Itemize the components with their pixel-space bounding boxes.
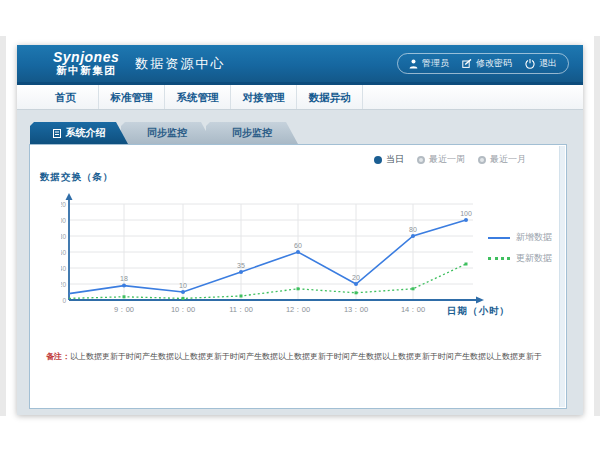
radio-today[interactable]: 当日 <box>374 153 404 166</box>
radio-label: 最近一周 <box>429 153 465 166</box>
app-header: Synjones 新中新集团 数据资源中心 管理员 修改密码 退出 <box>17 45 583 85</box>
svg-text:40: 40 <box>61 265 66 272</box>
tab-sync-monitor-1[interactable]: 同步监控 <box>121 122 213 144</box>
change-password-label: 修改密码 <box>476 57 512 70</box>
user-label: 管理员 <box>422 57 449 70</box>
svg-text:9：00: 9：00 <box>114 305 134 314</box>
user-actions-pill: 管理员 修改密码 退出 <box>397 53 569 74</box>
tab-system-intro[interactable]: 系统介绍 <box>30 122 128 144</box>
screenshot-canvas: Synjones 新中新集团 数据资源中心 管理员 修改密码 退出 <box>0 0 600 450</box>
change-password-button[interactable]: 修改密码 <box>462 57 512 70</box>
radio-unselected-icon <box>417 156 425 164</box>
svg-text:20: 20 <box>352 274 360 281</box>
user-menu-button[interactable]: 管理员 <box>409 57 449 70</box>
svg-text:100: 100 <box>61 217 66 224</box>
radio-label: 最近一月 <box>490 153 526 166</box>
legend-label: 新增数据 <box>516 231 552 244</box>
main-nav: 首页 标准管理 系统管理 对接管理 数据异动 <box>17 85 583 110</box>
legend-item-update-data: 更新数据 <box>488 252 552 265</box>
dotted-line-swatch-icon <box>488 257 510 260</box>
svg-text:0: 0 <box>62 297 66 304</box>
svg-text:60: 60 <box>294 242 302 249</box>
note-text: 以上数据更新于时间产生数据以上数据更新于时间产生数据以上数据更新于时间产生数据以… <box>70 352 542 361</box>
chart-y-axis-title: 数据交换（条） <box>40 171 114 184</box>
vertical-scrollbar[interactable] <box>559 146 565 407</box>
user-icon <box>409 59 418 69</box>
tab-label: 同步监控 <box>147 122 187 144</box>
logout-label: 退出 <box>539 57 557 70</box>
document-icon <box>53 129 61 138</box>
chart-x-axis-title: 日期（小时） <box>447 305 510 318</box>
radio-selected-icon <box>374 156 382 164</box>
company-logo[interactable]: Synjones 新中新集团 <box>53 50 119 77</box>
svg-text:80: 80 <box>409 226 417 233</box>
page-title: 数据资源中心 <box>135 55 225 73</box>
app-page: Synjones 新中新集团 数据资源中心 管理员 修改密码 退出 <box>17 45 583 415</box>
nav-item-system-mgmt[interactable]: 系统管理 <box>165 85 231 109</box>
svg-text:13：00: 13：00 <box>344 305 368 314</box>
nav-item-integration-mgmt[interactable]: 对接管理 <box>231 85 297 109</box>
left-edge-strip <box>0 36 6 416</box>
svg-text:10：00: 10：00 <box>171 305 195 314</box>
legend-item-new-data: 新增数据 <box>488 231 552 244</box>
footer-note: 备注：以上数据更新于时间产生数据以上数据更新于时间产生数据以上数据更新于时间产生… <box>30 351 558 362</box>
time-range-filter: 当日 最近一周 最近一月 <box>374 153 526 166</box>
edit-icon <box>462 59 472 68</box>
legend-label: 更新数据 <box>516 252 552 265</box>
radio-last-week[interactable]: 最近一周 <box>417 153 465 166</box>
logo-company-name: 新中新集团 <box>53 65 119 77</box>
nav-item-data-change[interactable]: 数据异动 <box>297 85 363 109</box>
power-icon <box>525 59 535 69</box>
nav-item-home[interactable]: 首页 <box>33 85 99 109</box>
svg-text:11：00: 11：00 <box>229 305 253 314</box>
svg-text:60: 60 <box>61 249 66 256</box>
svg-text:10: 10 <box>179 282 187 289</box>
tab-bar: 系统介绍 同步监控 同步监控 <box>30 122 298 144</box>
svg-text:12：00: 12：00 <box>286 305 310 314</box>
radio-last-month[interactable]: 最近一月 <box>478 153 526 166</box>
svg-text:18: 18 <box>120 275 128 282</box>
svg-text:120: 120 <box>61 201 66 208</box>
line-chart: 0204060801001209：0010：0011：0012：0013：001… <box>61 193 501 321</box>
svg-text:14：00: 14：00 <box>401 305 425 314</box>
tab-sync-monitor-2[interactable]: 同步监控 <box>206 122 298 144</box>
tab-label: 系统介绍 <box>66 122 106 144</box>
logout-button[interactable]: 退出 <box>525 57 557 70</box>
content-panel: 当日 最近一周 最近一月 数据交换（条） 0204060801001209：00… <box>29 144 567 409</box>
chart-legend: 新增数据 更新数据 <box>488 231 552 265</box>
radio-label: 当日 <box>386 153 404 166</box>
right-edge-strip <box>594 36 600 416</box>
svg-text:35: 35 <box>237 262 245 269</box>
radio-unselected-icon <box>478 156 486 164</box>
solid-line-swatch-icon <box>488 237 510 239</box>
note-prefix: 备注： <box>46 352 70 361</box>
svg-text:80: 80 <box>61 233 66 240</box>
page-body: 系统介绍 同步监控 同步监控 当日 <box>17 110 583 412</box>
logo-wordmark: Synjones <box>53 50 119 65</box>
svg-text:20: 20 <box>61 281 66 288</box>
nav-item-standard-mgmt[interactable]: 标准管理 <box>99 85 165 109</box>
svg-text:100: 100 <box>460 210 472 217</box>
tab-label: 同步监控 <box>232 122 272 144</box>
